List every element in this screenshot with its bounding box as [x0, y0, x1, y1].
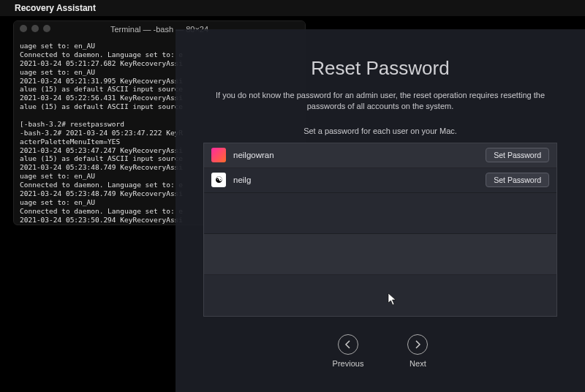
zoom-icon[interactable] [43, 25, 50, 32]
reset-password-panel: Reset Password If you do not know the pa… [176, 29, 585, 392]
page-title: Reset Password [197, 57, 563, 80]
menubar: Recovery Assistant [0, 0, 585, 16]
user-row-empty [204, 193, 556, 234]
set-password-button[interactable]: Set Password [486, 173, 549, 187]
previous-label: Previous [333, 359, 364, 368]
avatar [211, 148, 226, 162]
next-button[interactable]: Next [407, 334, 428, 368]
arrow-left-icon [338, 334, 358, 355]
user-name-label: neilg [233, 176, 486, 184]
arrow-right-icon [407, 334, 428, 355]
close-icon[interactable] [20, 25, 27, 32]
set-password-button[interactable]: Set Password [486, 148, 549, 162]
user-list: neilgowran Set Password ☯ neilg Set Pass… [203, 143, 557, 317]
user-row-empty [204, 234, 556, 275]
user-row-empty [204, 275, 556, 316]
user-name-label: neilgowran [233, 151, 486, 159]
next-label: Next [410, 359, 426, 368]
nav-buttons: Previous Next [197, 334, 563, 368]
help-text: If you do not know the password for an a… [197, 90, 563, 112]
window-controls [20, 25, 50, 32]
subheading: Set a password for each user on your Mac… [197, 127, 563, 135]
menubar-app-title[interactable]: Recovery Assistant [15, 3, 96, 13]
avatar: ☯ [211, 173, 226, 187]
user-row[interactable]: neilgowran Set Password [204, 143, 556, 168]
user-row[interactable]: ☯ neilg Set Password [204, 168, 556, 193]
previous-button[interactable]: Previous [333, 334, 364, 368]
minimize-icon[interactable] [31, 25, 39, 32]
